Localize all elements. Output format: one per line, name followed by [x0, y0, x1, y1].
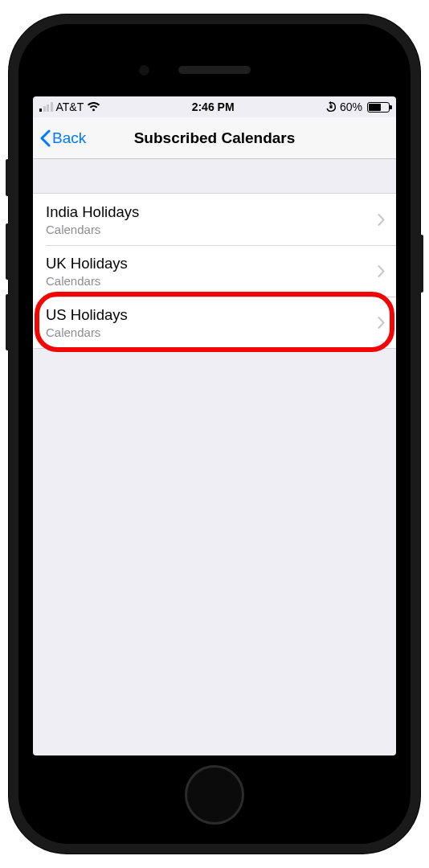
navigation-bar: Back Subscribed Calendars — [33, 117, 396, 159]
home-button[interactable] — [185, 765, 244, 825]
earpiece — [178, 66, 251, 74]
battery-percent-label: 60% — [340, 100, 362, 113]
chevron-right-icon — [378, 214, 385, 226]
clock: 2:46 PM — [192, 100, 235, 113]
power-button — [419, 235, 423, 293]
cellular-signal-icon — [39, 102, 53, 112]
wifi-icon — [87, 102, 100, 112]
row-title: UK Holidays — [46, 254, 378, 272]
calendar-row-india-holidays[interactable]: India Holidays Calendars — [33, 194, 396, 245]
status-bar: AT&T 2:46 PM 60% — [33, 96, 396, 117]
volume-down-button — [6, 294, 10, 350]
calendar-row-uk-holidays[interactable]: UK Holidays Calendars — [33, 245, 396, 297]
back-button[interactable]: Back — [39, 129, 86, 147]
back-label: Back — [52, 129, 86, 147]
orientation-lock-icon — [325, 101, 337, 113]
iphone-device-frame: AT&T 2:46 PM 60% — [9, 14, 420, 854]
front-camera — [139, 65, 149, 76]
mute-switch — [6, 159, 10, 196]
page-title: Subscribed Calendars — [33, 129, 396, 147]
row-subtitle: Calendars — [46, 326, 378, 339]
row-title: US Holidays — [46, 305, 378, 324]
chevron-left-icon — [39, 129, 51, 147]
subscribed-calendars-list: India Holidays Calendars UK Holidays Cal… — [33, 193, 396, 349]
chevron-right-icon — [378, 265, 385, 277]
screen: AT&T 2:46 PM 60% — [33, 96, 396, 755]
calendar-row-us-holidays[interactable]: US Holidays Calendars — [33, 297, 396, 348]
chevron-right-icon — [378, 317, 385, 329]
row-subtitle: Calendars — [46, 223, 378, 236]
svg-rect-0 — [329, 106, 332, 108]
row-title: India Holidays — [46, 203, 378, 221]
carrier-label: AT&T — [56, 100, 84, 113]
section-spacer — [33, 159, 396, 193]
volume-up-button — [6, 223, 10, 280]
row-subtitle: Calendars — [46, 274, 378, 288]
battery-icon — [367, 102, 390, 113]
